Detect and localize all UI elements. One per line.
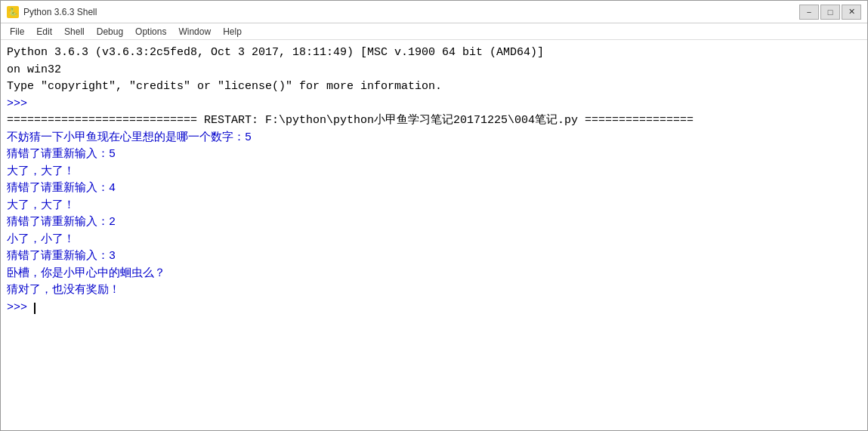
menu-bar: File Edit Shell Debug Options Window Hel… [1,23,867,40]
console-output[interactable]: Python 3.6.3 (v3.6.3:2c5fed8, Oct 3 2017… [1,40,867,430]
console-line: >>> [7,96,861,113]
console-line: 猜错了请重新输入：5 [7,146,861,164]
console-line: 卧槽，你是小甲心中的蛔虫么？ [7,266,861,283]
menu-shell[interactable]: Shell [58,25,91,38]
text-cursor [34,303,36,314]
console-line: 猜错了请重新输入：3 [7,248,861,266]
console-line: ============================ RESTART: F:… [7,112,861,130]
title-bar-left: 🐍 Python 3.6.3 Shell [7,6,97,18]
maximize-button[interactable]: □ [820,5,840,20]
close-button[interactable]: ✕ [842,5,861,20]
console-line: 大了，大了！ [7,164,861,181]
minimize-button[interactable]: − [799,5,819,20]
title-bar-controls: − □ ✕ [799,5,861,20]
console-line: 猜错了请重新输入：2 [7,214,861,232]
python-icon: 🐍 [7,6,19,18]
console-line: 不妨猜一下小甲鱼现在心里想的是哪一个数字：5 [7,130,861,147]
main-window: 🐍 Python 3.6.3 Shell − □ ✕ File Edit She… [0,0,868,431]
console-line: Python 3.6.3 (v3.6.3:2c5fed8, Oct 3 2017… [7,45,861,62]
title-bar: 🐍 Python 3.6.3 Shell − □ ✕ [1,1,867,23]
window-title: Python 3.6.3 Shell [23,7,97,17]
console-line: on win32 [7,62,861,79]
console-line: 大了，大了！ [7,198,861,215]
console-line: >>> [7,300,861,317]
menu-window[interactable]: Window [172,25,217,38]
console-line: 猜对了，也没有奖励！ [7,282,861,300]
console-line: 猜错了请重新输入：4 [7,180,861,198]
menu-options[interactable]: Options [129,25,172,38]
console-line: 小了，小了！ [7,232,861,249]
menu-edit[interactable]: Edit [30,25,58,38]
menu-debug[interactable]: Debug [91,25,129,38]
menu-file[interactable]: File [4,25,30,38]
menu-help[interactable]: Help [217,25,248,38]
console-line: Type "copyright", "credits" or "license(… [7,79,861,96]
